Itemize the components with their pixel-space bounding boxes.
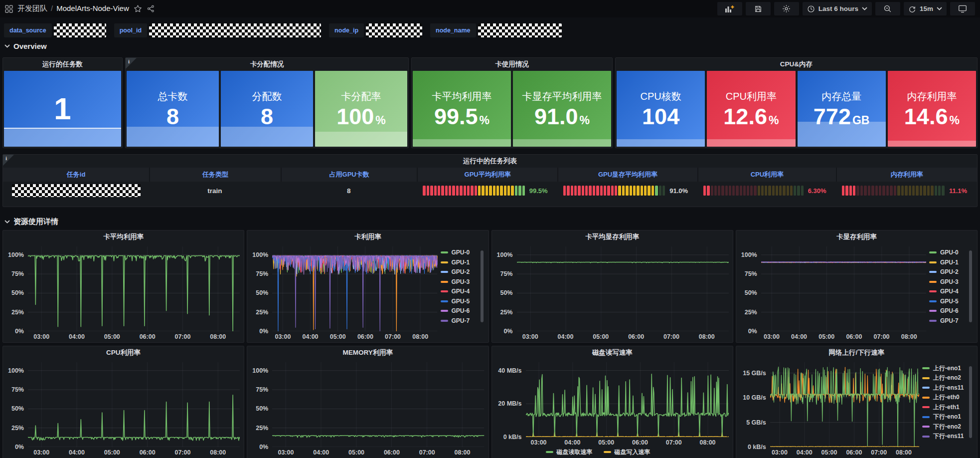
x-axis: 03:0004:0005:0006:0007:0008:00 — [770, 447, 919, 457]
legend-item-上行-ens11[interactable]: 上行-ens11 — [922, 384, 967, 392]
panel-info-corner[interactable] — [126, 58, 137, 69]
variable-label-pool_id[interactable]: pool_id — [114, 23, 147, 37]
table-header-2[interactable]: 任务类型 — [149, 168, 281, 182]
table-header-3[interactable]: 占用GPU卡数 — [281, 168, 417, 182]
x-tick-label: 07:00 — [174, 449, 190, 456]
legend-item-GPU-2[interactable]: GPU-2 — [441, 268, 479, 276]
legend-item-GPU-4[interactable]: GPU-4 — [929, 287, 967, 296]
panel-info-corner[interactable] — [3, 155, 14, 166]
y-tick-label: 0% — [15, 444, 24, 451]
legend-item-上行-eth1[interactable]: 上行-eth1 — [922, 403, 967, 412]
x-axis: 03:0004:0005:0006:0007:0008:00 — [526, 437, 729, 447]
gauge-segment — [768, 186, 771, 196]
legend-scrollbar[interactable] — [481, 250, 484, 322]
breadcrumb-team[interactable]: 开发团队 — [17, 4, 47, 12]
chart-plot-card-avg-util[interactable] — [28, 246, 240, 331]
chart-plot-card-util[interactable] — [272, 246, 437, 331]
x-axis: 03:0004:0005:0006:0007:0008:00 — [28, 331, 240, 341]
y-tick-label: 50% — [500, 289, 512, 296]
variable-node_name: node_name — [430, 23, 561, 37]
resource-charts-grid: 卡平均利用率0%25%50%75%100%03:0004:0005:0006:0… — [2, 230, 978, 458]
chevron-down-icon — [4, 44, 10, 48]
legend-item-GPU-7[interactable]: GPU-7 — [929, 317, 967, 325]
legend-item-下行-eno1[interactable]: 下行-eno1 — [922, 413, 967, 422]
legend-label: 上行-eno2 — [933, 374, 961, 382]
legend-item-上行-eno2[interactable]: 上行-eno2 — [922, 374, 967, 383]
chart-plot-disk-rw[interactable] — [526, 362, 729, 437]
legend-item-下行-eno2[interactable]: 下行-eno2 — [922, 423, 967, 431]
gauge-segment — [849, 186, 852, 196]
tv-mode-button[interactable] — [950, 2, 975, 15]
gauge-segment — [772, 186, 775, 196]
dashboards-grid-icon[interactable] — [5, 5, 13, 13]
variable-label-data_source[interactable]: data_source — [4, 23, 52, 37]
legend-item-GPU-5[interactable]: GPU-5 — [441, 297, 479, 306]
variable-label-node_ip[interactable]: node_ip — [329, 23, 364, 37]
variable-label-node_name[interactable]: node_name — [430, 23, 476, 37]
legend-item-GPU-1[interactable]: GPU-1 — [929, 258, 967, 267]
chart-plot-card-avg-mem-util[interactable] — [517, 246, 729, 331]
stat-tile-running-tasks: 1 — [4, 71, 121, 147]
gauge-segment — [574, 186, 577, 196]
chart-plot-card-mem-util[interactable] — [761, 246, 926, 331]
table-header-5[interactable]: GPU显存平均利用率 — [557, 168, 697, 182]
legend-item-GPU-1[interactable]: GPU-1 — [441, 258, 479, 267]
legend-item-GPU-7[interactable]: GPU-7 — [441, 317, 479, 325]
panel-title: MEMORY利用率 — [247, 346, 488, 359]
save-dashboard-button[interactable] — [746, 2, 771, 15]
star-icon[interactable] — [134, 4, 142, 13]
chart-plot-network[interactable] — [770, 362, 919, 447]
variable-value-node_name[interactable] — [478, 23, 562, 37]
legend-item-GPU-5[interactable]: GPU-5 — [929, 297, 967, 306]
stat-tile-total-cards: 总卡数8 — [127, 71, 219, 147]
legend-label: GPU-3 — [452, 278, 470, 285]
legend-item-磁盘写入速率[interactable]: 磁盘写入速率 — [604, 448, 651, 457]
y-tick-label: 75% — [11, 270, 24, 277]
section-resource-detail[interactable]: 资源使用详情 — [0, 215, 980, 228]
overview-stats-row: 运行的任务数1i卡分配情况总卡数8分配数8卡分配率100%卡使用情况卡平均利用率… — [2, 57, 978, 148]
stat-value: 99.5% — [434, 105, 490, 128]
legend-scrollbar[interactable] — [969, 366, 972, 438]
table-header-6[interactable]: CPU利用率 — [697, 168, 835, 182]
legend-item-GPU-6[interactable]: GPU-6 — [929, 307, 967, 315]
legend-item-下行-ens11[interactable]: 下行-ens11 — [922, 433, 967, 441]
zoom-out-button[interactable] — [875, 2, 900, 15]
legend-scrollbar[interactable] — [969, 250, 972, 322]
series-上行-eno1 — [770, 367, 919, 447]
legend-item-GPU-0[interactable]: GPU-0 — [929, 248, 967, 257]
dashboard-settings-button[interactable] — [774, 2, 799, 15]
legend-item-上行-eno1[interactable]: 上行-eno1 — [922, 364, 967, 373]
chart-plot-cpu-util[interactable] — [28, 362, 240, 447]
legend-item-磁盘读取速率[interactable]: 磁盘读取速率 — [546, 448, 593, 457]
table-header-4[interactable]: GPU平均利用率 — [417, 168, 557, 182]
legend-item-GPU-6[interactable]: GPU-6 — [441, 307, 479, 315]
section-overview[interactable]: Overview — [0, 39, 980, 52]
refresh-interval-label: 15m — [920, 5, 933, 12]
add-panel-button[interactable] — [717, 2, 742, 15]
legend-item-上行-eth0[interactable]: 上行-eth0 — [922, 394, 967, 402]
legend-item-GPU-2[interactable]: GPU-2 — [929, 268, 967, 276]
legend-item-GPU-4[interactable]: GPU-4 — [441, 287, 479, 296]
share-icon[interactable] — [147, 4, 155, 13]
variable-value-node_ip[interactable] — [366, 23, 422, 37]
chart-area: 0 kB/s20 MB/s40 MB/s03:0004:0005:0006:00… — [492, 359, 733, 458]
variable-pool_id: pool_id — [114, 23, 321, 37]
info-icon: i — [128, 58, 130, 64]
legend-item-GPU-3[interactable]: GPU-3 — [929, 278, 967, 286]
table-header-7[interactable]: 内存利用率 — [836, 168, 977, 182]
gauge-segment — [449, 186, 451, 196]
gauge-CPU利用率: 6.30% — [697, 186, 835, 196]
chart-plot-memory-util[interactable] — [272, 362, 484, 447]
variable-value-pool_id[interactable] — [149, 23, 321, 37]
refresh-picker[interactable]: 15m — [904, 2, 947, 15]
x-tick-label: 04:00 — [303, 333, 319, 340]
table-header-1[interactable]: 任务id — [3, 168, 149, 182]
stat-sparkline — [315, 132, 407, 147]
gauge-segment — [482, 186, 484, 196]
plot-column: 03:0004:0005:0006:0007:0008:00 — [272, 246, 437, 341]
variable-value-data_source[interactable] — [54, 23, 106, 37]
time-range-picker[interactable]: Last 6 hours — [803, 2, 872, 15]
legend-item-GPU-0[interactable]: GPU-0 — [441, 248, 479, 257]
legend-swatch — [929, 281, 937, 283]
legend-item-GPU-3[interactable]: GPU-3 — [441, 278, 479, 286]
